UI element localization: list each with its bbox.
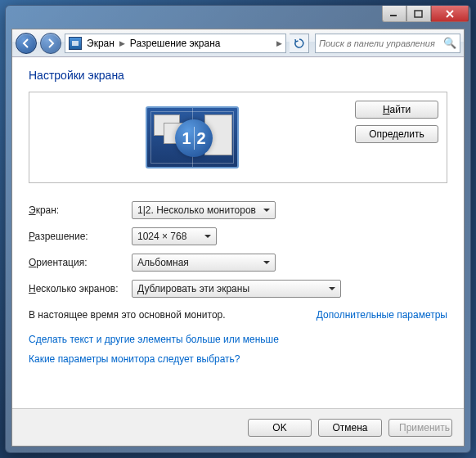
- resolution-label: Разрешение:: [29, 231, 132, 242]
- advanced-link[interactable]: Дополнительные параметры: [317, 309, 447, 321]
- orientation-select[interactable]: Альбомная: [132, 254, 276, 272]
- text-size-link[interactable]: Сделать текст и другие элементы больше и…: [29, 334, 447, 345]
- orientation-label: Ориентация:: [29, 257, 132, 268]
- window-frame: Экран ▶ Разрешение экрана ▶ 🔍 Настройки …: [5, 5, 471, 453]
- cancel-button[interactable]: Отмена: [318, 419, 382, 437]
- search-input[interactable]: [319, 38, 443, 48]
- window-body: Экран ▶ Разрешение экрана ▶ 🔍 Настройки …: [11, 29, 465, 447]
- address-bar[interactable]: Экран ▶ Разрешение экрана ▶: [65, 34, 286, 53]
- chevron-right-icon: ▶: [119, 39, 125, 47]
- page-title: Настройки экрана: [29, 69, 447, 82]
- breadcrumb-item[interactable]: Разрешение экрана: [130, 38, 221, 49]
- content-area: Настройки экрана 1 2 Найти О: [12, 57, 464, 408]
- titlebar: [6, 6, 470, 29]
- screen-select[interactable]: 1|2. Несколько мониторов: [132, 201, 276, 219]
- resolution-select[interactable]: 1024 × 768: [132, 227, 217, 245]
- monitor-number-badge: 1 2: [175, 119, 213, 157]
- display-icon: [69, 37, 82, 50]
- ok-button[interactable]: OK: [248, 419, 312, 437]
- close-button[interactable]: [431, 6, 469, 22]
- screen-label: Экран:: [29, 204, 132, 216]
- search-icon: 🔍: [443, 37, 456, 49]
- multiple-select[interactable]: Дублировать эти экраны: [132, 280, 341, 298]
- maximize-button[interactable]: [406, 6, 431, 22]
- chevron-right-icon: ▶: [276, 39, 282, 47]
- toolbar: Экран ▶ Разрешение экрана ▶ 🔍: [12, 29, 464, 57]
- help-link[interactable]: Какие параметры монитора следует выбрать…: [29, 353, 447, 365]
- dialog-footer: OK Отмена Применить: [12, 408, 464, 446]
- minimize-button[interactable]: [382, 6, 406, 22]
- monitor-graphic[interactable]: 1 2: [146, 106, 239, 168]
- monitor-preview: 1 2 Найти Определить: [29, 92, 447, 183]
- apply-button: Применить: [388, 419, 452, 437]
- forward-button[interactable]: [40, 33, 61, 54]
- settings-form: Экран: 1|2. Несколько мониторов Разрешен…: [29, 201, 447, 298]
- multiple-label: Несколько экранов:: [29, 283, 132, 294]
- identify-button[interactable]: Определить: [355, 125, 438, 143]
- svg-rect-0: [390, 15, 397, 16]
- breadcrumb-item[interactable]: Экран: [87, 38, 115, 49]
- status-text: В настоящее время это основной монитор.: [29, 309, 226, 321]
- svg-rect-1: [415, 11, 422, 17]
- search-box[interactable]: 🔍: [315, 34, 460, 53]
- find-button[interactable]: Найти: [355, 101, 438, 119]
- refresh-button[interactable]: [290, 34, 309, 53]
- back-button[interactable]: [16, 33, 37, 54]
